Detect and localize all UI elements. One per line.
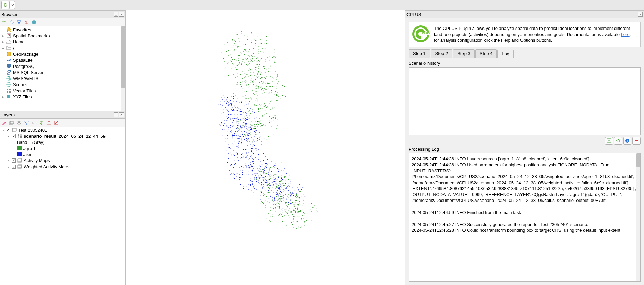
xyz-icon <box>6 94 12 99</box>
expand-icon[interactable]: ▸ <box>7 159 10 163</box>
delete-scenario-button[interactable] <box>632 137 641 145</box>
cplus-doc-link[interactable]: here <box>621 32 630 37</box>
browser-item[interactable]: GeoPackage <box>0 51 125 57</box>
refresh-icon[interactable] <box>9 20 14 25</box>
browser-item[interactable]: ▸Spatial Bookmarks <box>0 33 125 39</box>
svg-point-632 <box>236 146 237 147</box>
svg-point-1100 <box>264 194 265 195</box>
expand-icon[interactable]: ▸ <box>7 165 10 169</box>
layers-tree[interactable]: ▾ ✓ Test 23052401 ▾ ✓ scenario_result_20… <box>0 127 125 285</box>
info-icon[interactable]: i <box>31 20 37 25</box>
svg-point-102 <box>251 41 252 41</box>
log-scrollbar[interactable] <box>636 153 640 281</box>
layers-undock-button[interactable]: □ <box>114 112 118 117</box>
svg-point-1348 <box>317 210 317 211</box>
svg-point-1404 <box>285 203 286 204</box>
layer-row[interactable]: ▾ ✓ scenario_result_2024_05_24_12_44_59 <box>0 133 125 139</box>
add-scenario-button[interactable] <box>605 137 613 145</box>
expand-icon[interactable]: ▸ <box>1 40 5 44</box>
expand-icon[interactable]: ▾ <box>7 134 10 138</box>
expand-icon[interactable]: ▸ <box>1 95 5 99</box>
svg-point-545 <box>234 118 235 119</box>
browser-undock-button[interactable]: □ <box>114 12 118 17</box>
svg-point-387 <box>276 98 277 98</box>
layer-checkbox[interactable]: ✓ <box>12 165 16 169</box>
tab-step-2[interactable]: Step 2 <box>431 49 453 58</box>
layer-group-row[interactable]: ▸✓Weighted Activity Maps <box>0 164 125 170</box>
browser-item[interactable]: ▸Home <box>0 39 125 45</box>
svg-point-1460 <box>304 197 305 197</box>
svg-point-280 <box>276 77 277 77</box>
layer-checkbox[interactable]: ✓ <box>12 134 16 138</box>
browser-item[interactable]: MS SQL Server <box>0 69 125 75</box>
svg-point-1415 <box>293 204 294 205</box>
browser-scrollbar-thumb[interactable] <box>121 26 125 88</box>
svg-point-548 <box>240 119 241 120</box>
svg-point-655 <box>252 142 253 142</box>
layer-checkbox[interactable]: ✓ <box>12 158 16 163</box>
scenario-history-box[interactable] <box>409 67 641 135</box>
svg-point-352 <box>260 73 261 73</box>
tab-step-3[interactable]: Step 3 <box>453 49 475 58</box>
collapse-all-icon[interactable] <box>46 120 52 126</box>
layer-group-row[interactable]: ▾ ✓ Test 23052401 <box>0 127 125 133</box>
browser-item[interactable]: Vector Tiles <box>0 88 125 94</box>
browser-tree[interactable]: Favorites▸Spatial Bookmarks▸Home▸/GeoPac… <box>0 26 125 111</box>
svg-point-661 <box>238 147 239 148</box>
svg-point-818 <box>259 157 260 157</box>
svg-point-1077 <box>263 193 263 194</box>
browser-item[interactable]: SpatiaLite <box>0 57 125 63</box>
layer-group-row[interactable]: ▸✓Activity Maps <box>0 157 125 164</box>
cplus-close-button[interactable]: × <box>638 12 643 17</box>
svg-point-169 <box>247 55 247 55</box>
svg-point-1208 <box>300 205 300 206</box>
browser-item[interactable]: PostgreSQL <box>0 63 125 69</box>
svg-point-1086 <box>266 182 267 183</box>
browser-item[interactable]: ▸/ <box>0 45 125 51</box>
map-canvas[interactable] <box>126 10 405 285</box>
expand-icon[interactable]: ▸ <box>1 34 5 38</box>
collapse-icon[interactable] <box>24 20 29 25</box>
info-scenario-button[interactable]: i <box>623 137 631 145</box>
filter-icon[interactable] <box>16 20 22 25</box>
expand-icon[interactable]: ▸ <box>1 46 5 50</box>
svg-point-74 <box>266 43 267 44</box>
tab-step-4[interactable]: Step 4 <box>475 49 497 58</box>
svg-point-681 <box>250 156 251 157</box>
layers-close-button[interactable]: × <box>119 112 124 117</box>
svg-point-610 <box>228 127 229 128</box>
browser-item[interactable]: ▸XYZ Tiles <box>0 94 125 100</box>
browser-scrollbar[interactable] <box>121 26 125 111</box>
tab-step-1[interactable]: Step 1 <box>409 49 430 58</box>
svg-point-811 <box>254 177 254 178</box>
browser-item[interactable]: WMS/WMTS <box>0 75 125 81</box>
expand-icon[interactable]: ▾ <box>1 128 5 132</box>
tab-log[interactable]: Log <box>497 50 514 58</box>
style-icon[interactable] <box>1 120 7 126</box>
svg-point-1314 <box>300 191 301 192</box>
browser-item[interactable]: Scenes <box>0 81 125 88</box>
log-scrollbar-thumb[interactable] <box>636 153 640 167</box>
expression-icon[interactable]: ε <box>31 120 37 126</box>
reload-scenario-button[interactable] <box>614 137 622 145</box>
svg-rect-7 <box>9 89 11 90</box>
svg-point-539 <box>227 126 227 127</box>
svg-point-1506 <box>233 98 234 99</box>
svg-point-158 <box>225 44 225 45</box>
browser-item[interactable]: Favorites <box>0 26 125 33</box>
processing-log-box[interactable]: 2024-05-24T12:44:36 INFO Layers sources … <box>409 153 641 282</box>
layer-checkbox[interactable]: ✓ <box>6 128 10 132</box>
cplus-toolbar-button[interactable]: C <box>1 1 10 9</box>
add-group-icon[interactable] <box>9 120 14 126</box>
svg-point-705 <box>275 117 276 118</box>
cplus-toolbar-dropdown[interactable] <box>10 1 15 9</box>
browser-item-label: Home <box>13 39 25 44</box>
svg-point-405 <box>275 91 276 92</box>
remove-layer-icon[interactable] <box>54 120 59 126</box>
add-layer-icon[interactable] <box>1 20 7 25</box>
svg-point-1325 <box>302 205 302 206</box>
filter-layers-icon[interactable] <box>24 120 29 126</box>
eye-icon[interactable] <box>16 120 22 126</box>
browser-close-button[interactable]: × <box>119 12 124 17</box>
expand-all-icon[interactable] <box>39 120 44 126</box>
